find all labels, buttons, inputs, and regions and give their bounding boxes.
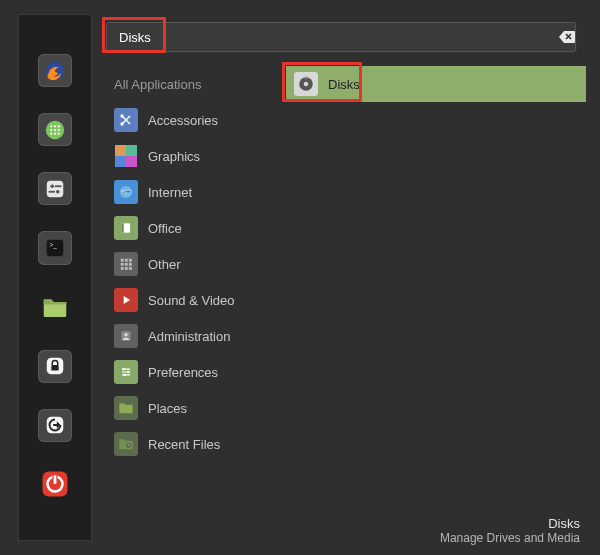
svg-rect-34 (122, 223, 124, 232)
category-label: Preferences (148, 365, 218, 380)
folder-recent-icon (114, 432, 138, 456)
svg-point-10 (58, 132, 60, 134)
grid-icon (114, 252, 138, 276)
category-label: Sound & Video (148, 293, 235, 308)
svg-rect-42 (125, 267, 128, 270)
globe-icon (114, 180, 138, 204)
category-label: Places (148, 401, 187, 416)
category-administration[interactable]: Administration (106, 318, 286, 354)
svg-rect-39 (125, 263, 128, 266)
play-icon (114, 288, 138, 312)
category-sound-video[interactable]: Sound & Video (106, 282, 286, 318)
app-description: Disks Manage Drives and Media (106, 516, 586, 545)
category-accessories[interactable]: Accessories (106, 102, 286, 138)
category-recent[interactable]: Recent Files (106, 426, 286, 462)
svg-point-47 (127, 371, 129, 373)
category-preferences[interactable]: Preferences (106, 354, 286, 390)
svg-rect-19 (51, 365, 58, 371)
svg-rect-15 (49, 191, 55, 193)
clear-search-icon[interactable] (558, 28, 576, 46)
category-internet[interactable]: Internet (106, 174, 286, 210)
apps-menu-icon[interactable] (38, 113, 72, 146)
footer-description: Manage Drives and Media (106, 531, 580, 545)
terminal-icon[interactable]: >_ (38, 231, 72, 264)
svg-rect-36 (125, 259, 128, 262)
book-icon (114, 216, 138, 240)
category-label: Accessories (148, 113, 218, 128)
favorites-dock: >_ (18, 14, 92, 541)
search-input[interactable] (106, 22, 576, 52)
svg-text:>_: >_ (50, 241, 58, 249)
files-icon[interactable] (38, 291, 72, 324)
scissors-icon (114, 108, 138, 132)
search-bar (106, 22, 586, 52)
svg-rect-35 (121, 259, 124, 262)
svg-point-48 (124, 374, 126, 376)
svg-rect-30 (115, 156, 126, 167)
svg-point-5 (50, 129, 52, 131)
footer-title: Disks (106, 516, 580, 531)
svg-point-46 (123, 368, 125, 370)
category-graphics[interactable]: Graphics (106, 138, 286, 174)
sliders-icon (114, 360, 138, 384)
svg-point-45 (124, 333, 128, 337)
category-label: Internet (148, 185, 192, 200)
svg-point-14 (56, 190, 60, 194)
palette-icon (114, 144, 138, 168)
category-places[interactable]: Places (106, 390, 286, 426)
app-menu-panel: All Applications Accessories Graphics In… (92, 0, 600, 555)
svg-rect-52 (305, 77, 307, 80)
category-label: Recent Files (148, 437, 220, 452)
logout-icon[interactable] (38, 409, 72, 442)
svg-point-4 (58, 125, 60, 127)
application-list: Disks (286, 66, 586, 516)
svg-rect-40 (129, 263, 132, 266)
category-label: Graphics (148, 149, 200, 164)
svg-rect-31 (126, 156, 137, 167)
svg-point-2 (50, 125, 52, 127)
category-other[interactable]: Other (106, 246, 286, 282)
category-label: Administration (148, 329, 230, 344)
svg-rect-29 (126, 145, 137, 156)
category-header[interactable]: All Applications (106, 66, 286, 102)
svg-point-26 (120, 114, 123, 117)
svg-rect-13 (55, 185, 61, 187)
svg-point-12 (50, 184, 54, 188)
power-icon[interactable] (38, 468, 72, 501)
svg-rect-38 (121, 263, 124, 266)
svg-point-3 (54, 125, 56, 127)
svg-point-32 (120, 186, 132, 198)
firefox-icon[interactable] (38, 54, 72, 87)
svg-rect-11 (47, 181, 64, 198)
svg-point-51 (304, 82, 309, 87)
category-label: Office (148, 221, 182, 236)
settings-icon[interactable] (38, 172, 72, 205)
svg-point-6 (54, 129, 56, 131)
lock-icon[interactable] (38, 350, 72, 383)
folder-icon (114, 396, 138, 420)
svg-point-8 (50, 132, 52, 134)
app-disks[interactable]: Disks (286, 66, 586, 102)
svg-point-9 (54, 132, 56, 134)
category-list: All Applications Accessories Graphics In… (106, 66, 286, 516)
disks-app-icon (294, 72, 318, 96)
admin-icon (114, 324, 138, 348)
category-label: Other (148, 257, 181, 272)
svg-rect-25 (54, 476, 57, 484)
app-label: Disks (328, 77, 360, 92)
svg-rect-37 (129, 259, 132, 262)
svg-point-27 (120, 122, 123, 125)
category-office[interactable]: Office (106, 210, 286, 246)
svg-rect-28 (115, 145, 126, 156)
svg-rect-43 (129, 267, 132, 270)
svg-point-7 (58, 129, 60, 131)
svg-rect-41 (121, 267, 124, 270)
